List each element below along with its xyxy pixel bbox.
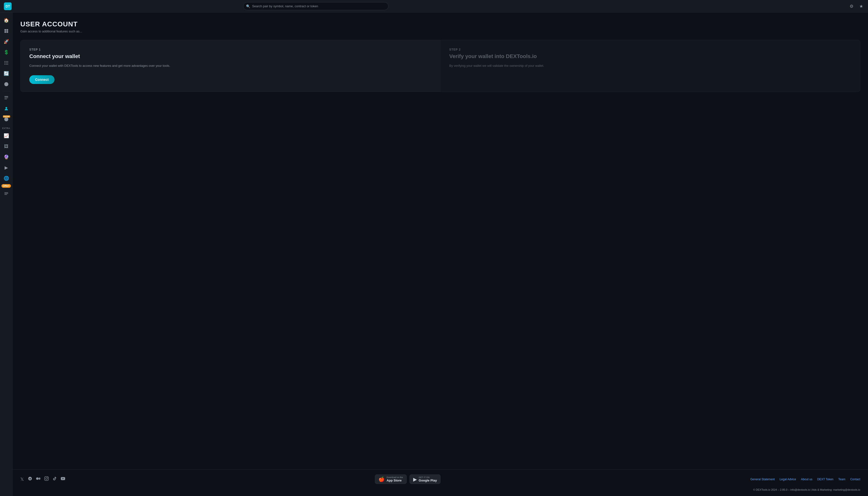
google-play-badge[interactable]: ▶ GET IT ON Google Play [409,475,440,484]
svg-rect-15 [4,99,7,99]
step-1-card: STEP 1 Connect your wallet Connect your … [20,40,440,92]
svg-rect-14 [4,97,8,98]
google-play-large: Google Play [419,479,437,482]
step-2-label: STEP 2 [449,48,851,51]
topbar-actions: ⚙ ★ [849,3,864,10]
footer-link-about[interactable]: About us [801,478,812,481]
step-1-title: Connect your wallet [29,53,432,60]
social-tiktok[interactable] [53,476,57,482]
svg-point-6 [7,61,8,62]
svg-rect-0 [4,29,6,31]
footer-apps: 🍎 Download on the App Store ▶ GET IT ON … [375,475,440,484]
footer-link-legal[interactable]: Legal Advice [780,478,796,481]
search-wrap: 🔍 [243,2,388,10]
step-2-card: STEP 2 Verify your wallet into DEXTools.… [440,40,860,92]
sidebar: 🏠 🚀 💲 🔄 EXTRA EXTRA 📈 🖼 🔮 ▶ 🌐 Offer! [0,13,13,496]
svg-point-7 [4,62,5,63]
sidebar-item-gallery[interactable]: 🖼 [1,141,11,151]
footer-links: General Statement Legal Advice About us … [750,478,860,481]
google-play-small: GET IT ON [419,476,437,479]
sidebar-item-dashboard[interactable] [1,26,11,36]
svg-point-5 [6,61,6,62]
search-input[interactable] [243,2,388,10]
sidebar-item-globe[interactable]: 🌐 [1,173,11,183]
svg-rect-3 [6,31,8,33]
sidebar-item-analytics[interactable]: 📈 [1,131,11,141]
footer: 𝕏 🍎 Download on the App Stor [13,469,868,496]
sidebar-item-token[interactable]: 🔮 [1,152,11,162]
footer-link-general[interactable]: General Statement [750,478,775,481]
social-medium[interactable] [36,476,41,482]
sidebar-item-swap[interactable]: 🔄 [1,69,11,78]
main-content: USER ACCOUNT Gain access to additional f… [13,13,868,469]
footer-inner: 𝕏 🍎 Download on the App Stor [20,475,860,491]
svg-point-8 [6,62,6,63]
page-title: USER ACCOUNT [20,20,860,28]
topbar: DT 🔍 ⚙ ★ [0,0,868,13]
sidebar-item-home[interactable]: 🏠 [1,15,11,25]
svg-point-9 [7,62,8,63]
sidebar-item-apps[interactable] [1,58,11,68]
sidebar-item-youtube[interactable]: ▶ [1,163,11,172]
sidebar-item-coins[interactable]: 💲 [1,47,11,57]
app-store-text: Download on the App Store [387,476,403,482]
settings-button[interactable]: ⚙ [849,3,854,10]
svg-point-12 [7,64,8,65]
svg-point-11 [6,64,6,65]
social-instagram[interactable] [44,476,49,482]
step-1-label: STEP 1 [29,48,432,51]
svg-point-10 [4,64,5,65]
sidebar-divider-1 [2,91,10,91]
footer-link-contact[interactable]: Contact [850,478,860,481]
step-2-desc: By verifying your wallet we will validat… [449,63,851,68]
footer-link-team[interactable]: Team [838,478,845,481]
sidebar-item-new[interactable]: EXTRA [1,114,11,124]
sidebar-item-launch[interactable]: 🚀 [1,37,11,46]
sidebar-item-user[interactable] [1,104,11,113]
svg-rect-22 [4,194,7,195]
app-logo: DT [4,2,12,10]
connect-button[interactable]: Connect [29,75,55,84]
social-telegram[interactable] [28,476,32,482]
steps-container: STEP 1 Connect your wallet Connect your … [20,40,860,92]
search-icon: 🔍 [246,4,250,8]
app-store-large: App Store [387,479,403,482]
sidebar-item-portfolio[interactable] [1,79,11,89]
content-spacer [20,92,860,466]
svg-rect-13 [4,96,8,97]
extra-label: EXTRA [2,127,10,129]
footer-link-dext[interactable]: DEXT Token [817,478,833,481]
step-2-title: Verify your wallet into DEXTools.io [449,53,851,60]
new-badge: EXTRA [3,115,10,118]
google-play-icon: ▶ [413,476,417,482]
social-youtube[interactable] [61,476,65,482]
svg-point-16 [5,107,7,109]
sidebar-item-extra[interactable] [1,189,11,198]
social-twitter[interactable]: 𝕏 [20,477,24,482]
svg-rect-20 [4,192,8,193]
app-store-small: Download on the [387,476,403,479]
footer-copyright: © DEXTools.io 2024 – 2.85.0 – info@dexto… [20,488,860,491]
google-play-text: GET IT ON Google Play [419,476,437,482]
footer-social: 𝕏 [20,476,65,482]
svg-rect-21 [4,193,8,194]
page-subtitle: Gain access to additional features such … [20,30,860,33]
app-store-badge[interactable]: 🍎 Download on the App Store [375,475,407,484]
offer-badge[interactable]: Offer! [1,184,11,188]
svg-rect-1 [6,29,8,31]
step-1-desc: Connect your wallet with DEXTools to acc… [29,63,432,68]
svg-rect-2 [4,31,6,33]
svg-point-4 [4,61,5,62]
sidebar-item-data[interactable] [1,93,11,103]
favorites-button[interactable]: ★ [858,3,864,10]
apple-icon: 🍎 [378,476,385,482]
